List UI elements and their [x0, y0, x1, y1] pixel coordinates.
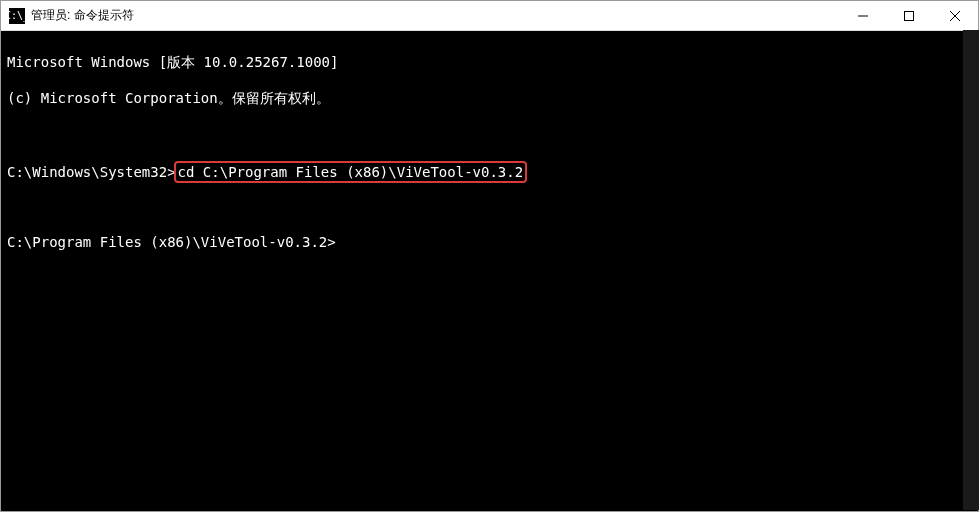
cmd-icon: C:\_: [9, 8, 25, 24]
terminal-line: [7, 197, 972, 215]
titlebar: C:\_ 管理员: 命令提示符: [1, 1, 978, 31]
window-controls: [840, 1, 978, 30]
maximize-button[interactable]: [886, 1, 932, 31]
svg-rect-1: [905, 12, 914, 21]
terminal-area[interactable]: Microsoft Windows [版本 10.0.25267.1000] (…: [1, 31, 978, 511]
window-title: 管理员: 命令提示符: [31, 7, 134, 24]
prompt: C:\Windows\System32>: [7, 164, 176, 180]
titlebar-left: C:\_ 管理员: 命令提示符: [1, 7, 134, 24]
terminal-line: [7, 125, 972, 143]
terminal-line: C:\Program Files (x86)\ViVeTool-v0.3.2>: [7, 233, 972, 251]
terminal-line: (c) Microsoft Corporation。保留所有权利。: [7, 89, 972, 107]
minimize-button[interactable]: [840, 1, 886, 31]
terminal-line: Microsoft Windows [版本 10.0.25267.1000]: [7, 53, 972, 71]
prompt: C:\Program Files (x86)\ViVeTool-v0.3.2>: [7, 234, 336, 250]
close-button[interactable]: [932, 1, 978, 31]
scrollbar-thumb[interactable]: [963, 30, 979, 510]
terminal-line: C:\Windows\System32>cd C:\Program Files …: [7, 161, 972, 179]
highlighted-command: cd C:\Program Files (x86)\ViVeTool-v0.3.…: [174, 161, 528, 183]
scrollbar[interactable]: [963, 30, 979, 510]
